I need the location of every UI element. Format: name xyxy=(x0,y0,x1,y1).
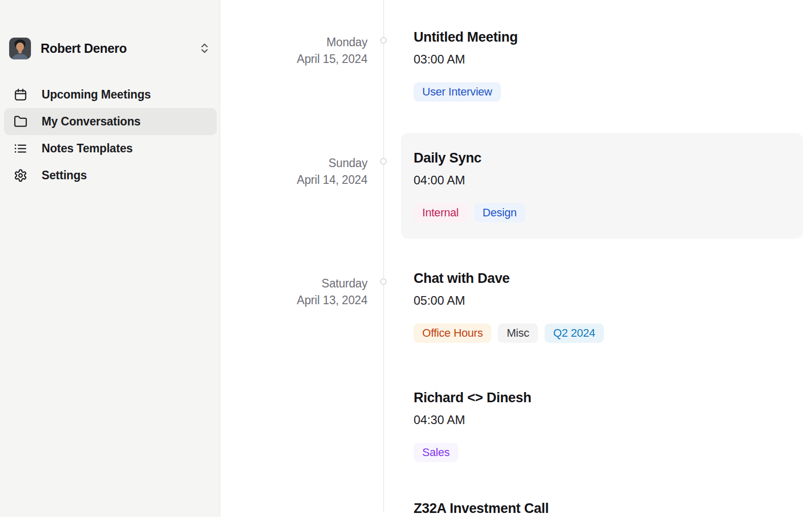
timeline-dot xyxy=(380,278,387,285)
meeting-tags: InternalDesign xyxy=(414,203,525,222)
meeting-details: Chat with Dave05:00 AMOffice HoursMiscQ2… xyxy=(414,271,802,308)
profile-name: Robert Denero xyxy=(41,41,198,56)
list-icon xyxy=(14,142,27,155)
timeline-line xyxy=(383,0,384,512)
meeting-time: 04:30 AM xyxy=(414,412,802,428)
tag-sales[interactable]: Sales xyxy=(414,443,458,462)
chevron-up-down-icon xyxy=(198,41,212,56)
date-day: Monday xyxy=(220,34,367,51)
date-label: SaturdayApril 13, 2024 xyxy=(220,275,367,309)
meeting-tags: User Interview xyxy=(414,82,501,102)
meeting-time: 03:00 AM xyxy=(414,52,802,67)
calendar-icon xyxy=(14,88,27,102)
sidebar-item-notes-templates[interactable]: Notes Templates xyxy=(4,135,217,162)
meeting-title[interactable]: Daily Sync xyxy=(414,150,482,166)
tag-user-interview[interactable]: User Interview xyxy=(414,82,501,102)
app-window: Robert Denero Upcoming MeetingsMy Conver… xyxy=(0,0,812,517)
tag-office-hours[interactable]: Office Hours xyxy=(414,324,491,343)
sidebar-item-label: Notes Templates xyxy=(42,142,132,155)
meeting-title[interactable]: Z32A Investment Call xyxy=(414,501,549,516)
tag-internal[interactable]: Internal xyxy=(414,203,467,222)
tag-design[interactable]: Design xyxy=(474,203,525,222)
meeting-title[interactable]: Untitled Meeting xyxy=(414,29,518,45)
meeting-details: Z32A Investment Call xyxy=(414,501,802,516)
meeting-time: 05:00 AM xyxy=(414,293,802,308)
date-full: April 15, 2024 xyxy=(220,51,367,68)
date-label: SundayApril 14, 2024 xyxy=(220,155,367,188)
date-label: MondayApril 15, 2024 xyxy=(220,34,367,68)
sidebar-item-my-conversations[interactable]: My Conversations xyxy=(4,108,217,135)
date-full: April 13, 2024 xyxy=(220,292,367,309)
date-day: Saturday xyxy=(220,275,367,292)
date-day: Sunday xyxy=(220,155,367,172)
gear-icon xyxy=(14,169,27,182)
meeting-details: Daily Sync04:00 AMInternalDesign xyxy=(414,150,802,188)
sidebar-item-label: Upcoming Meetings xyxy=(42,88,151,102)
sidebar-nav: Upcoming MeetingsMy ConversationsNotes T… xyxy=(4,81,217,189)
meeting-tags: Sales xyxy=(414,443,458,462)
meeting-details: Untitled Meeting03:00 AMUser Interview xyxy=(414,29,802,67)
tag-q2-2024[interactable]: Q2 2024 xyxy=(545,324,604,343)
meeting-tags: Office HoursMiscQ2 2024 xyxy=(414,324,604,343)
sidebar: Robert Denero Upcoming MeetingsMy Conver… xyxy=(0,0,220,517)
folder-icon xyxy=(14,115,27,128)
profile-switcher[interactable]: Robert Denero xyxy=(9,37,212,60)
meeting-time: 04:00 AM xyxy=(414,173,802,188)
meeting-title[interactable]: Chat with Dave xyxy=(414,271,510,286)
sidebar-item-upcoming-meetings[interactable]: Upcoming Meetings xyxy=(4,81,217,108)
sidebar-item-label: Settings xyxy=(42,169,87,182)
avatar xyxy=(9,38,31,59)
meeting-title[interactable]: Richard <> Dinesh xyxy=(414,390,531,405)
sidebar-item-settings[interactable]: Settings xyxy=(4,162,217,189)
tag-misc[interactable]: Misc xyxy=(498,324,537,343)
timeline-dot xyxy=(380,158,387,165)
timeline-dot xyxy=(380,37,387,44)
sidebar-item-label: My Conversations xyxy=(42,115,141,128)
date-full: April 14, 2024 xyxy=(220,172,367,188)
timeline: MondayApril 15, 2024Untitled Meeting03:0… xyxy=(220,0,812,517)
meeting-details: Richard <> Dinesh04:30 AMSales xyxy=(414,390,802,428)
